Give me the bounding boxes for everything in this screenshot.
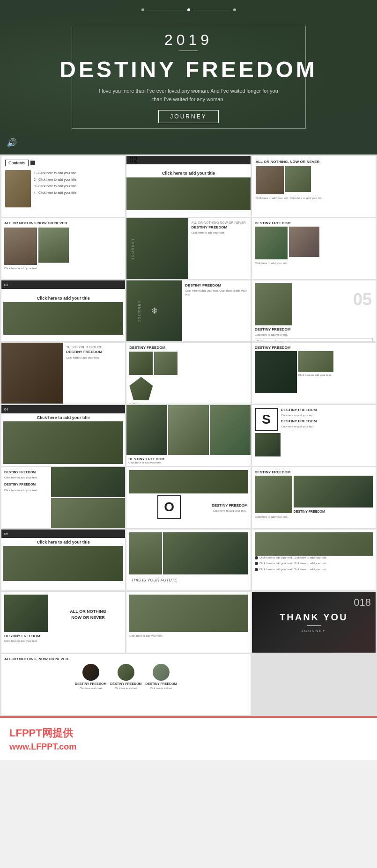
list-item-4: 4 - Click here to add your title: [34, 190, 76, 196]
slide15-images: [255, 433, 373, 456]
circle-text-2: Click here to add text: [115, 687, 137, 690]
dot-3: [255, 568, 258, 571]
slide14-text: Click here to add your text.: [128, 461, 248, 464]
dot-1: [255, 556, 258, 559]
slide17-title: DESTINY FREEDOM: [212, 503, 248, 508]
slide10-subtitle: THIS IS YOUR FUTURE: [66, 346, 122, 349]
list-item-2: 2 - Click here to add your title: [34, 177, 76, 183]
slide4-text: Click here to add your text.: [4, 266, 122, 270]
slide12-title: DESTINY FREEDOM: [255, 346, 373, 350]
hero-line-h-1: [147, 10, 185, 10]
slide2-title: Click here to add your title: [162, 171, 215, 176]
slide13-num: 04: [4, 408, 8, 411]
slide12-img1: [255, 351, 297, 393]
slide18-sub-title: DESTINY FREEDOM: [294, 510, 373, 513]
slide-20: THIS IS YOUR FUTUTE: [126, 530, 250, 590]
slide22-image: [4, 595, 48, 632]
circle-item-1: DESTINY FREEDOM Click here to add text: [75, 664, 106, 690]
slide14-bottom: DESTINY FREEDOM Click here to add your t…: [126, 455, 250, 466]
contents-box: [30, 161, 35, 165]
slide20-side: [163, 532, 247, 574]
contents-items: 1 - Click here to add your title 2 - Cli…: [5, 170, 121, 207]
dot-row-2: Click here to add your text. Click here …: [255, 561, 373, 565]
footer-brand-line2: www.LFPPT.com: [9, 742, 368, 752]
slide5-subtitle: ALL OR NOTHING NOW OR NEVER: [191, 221, 247, 224]
hero-button[interactable]: JOURNEY: [158, 110, 218, 123]
slide22-text: Click here to add your text.: [4, 639, 48, 643]
hero-divider: [179, 51, 198, 51]
slide2-content: Click here to add your title: [126, 164, 250, 217]
slide16-title: DESTINY FREEDOM: [4, 470, 48, 474]
dot-2: [255, 562, 258, 565]
slide15-img1: [255, 433, 281, 456]
slide15-title2: DESTINY FREEDOM: [281, 419, 317, 423]
slide24-year: 018: [354, 596, 371, 609]
slide13-title: Click here to add your title: [3, 415, 123, 420]
slide3-img1: [256, 166, 284, 194]
slide13-content: Click here to add your title: [1, 413, 125, 466]
slide20-label: THIS IS YOUR FUTUTE: [131, 578, 245, 582]
hero-dot-1: [141, 8, 144, 11]
dot-row-1: Click here to add your text. Click here …: [255, 556, 373, 559]
hero-slide: 2019 DESTINY FREEDOM I love you more tha…: [0, 0, 377, 154]
slide15-text2: Click here to add your text.: [281, 425, 317, 428]
slide21-image: [255, 532, 373, 556]
slide10-right: THIS IS YOUR FUTURE DESTINY FREEDOM Clic…: [63, 343, 125, 404]
slide15-content: S DESTINY FREEDOM Click here to add your…: [255, 408, 373, 433]
slide-thank-you: 018 THANK YOU JOURNEY: [252, 592, 376, 653]
slide-3: ALL OR NOTHING, NOW OR NEVER Click here …: [252, 156, 376, 217]
slide-4: ALL OR NOTHING NOW OR NEVER Click here t…: [1, 218, 125, 279]
pentagon-shape: [129, 377, 153, 400]
slide11-icons: ♪ ✉ ♫: [129, 402, 247, 404]
slide-7: 03 Click here to add your title: [1, 280, 125, 341]
slide9-title: DESTINY FREEDOM: [255, 327, 373, 331]
dot-text-1: Click here to add your text. Click here …: [259, 556, 327, 559]
slide-11: DESTINY FREEDOM ♪ ✉ ♫ Click here to add …: [126, 343, 250, 404]
slide7-num: 03: [4, 283, 8, 287]
slide7-content: Click here to add your title: [1, 289, 125, 341]
circle-item-3: DESTINY FREEDOM Click here to add text: [145, 664, 177, 690]
slide13-image: [3, 421, 123, 464]
slide5-right: ALL OR NOTHING NOW OR NEVER DESTINY FREE…: [188, 218, 250, 279]
slide-23: Click here to add your text.: [126, 592, 250, 653]
slide16-img2: [51, 498, 126, 528]
slide-9: 05 DESTINY FREEDOM Click here to add you…: [252, 280, 376, 341]
footer-brand-line1: LFPPT网提供: [9, 726, 368, 740]
slide5-main-title: DESTINY FREEDOM: [191, 225, 247, 229]
slides-grid: Contents 1 - Click here to add your titl…: [0, 154, 377, 716]
slide14-img3: [210, 405, 251, 455]
dot-text-3: Click here to add your text. Click here …: [259, 567, 327, 571]
slide22-left: DESTINY FREEDOM Click here to add your t…: [1, 592, 51, 653]
circle-2: [118, 664, 134, 681]
footer: LFPPT网提供 www.LFPPT.com: [0, 716, 377, 760]
hero-subtitle: I love you more than I've ever loved any…: [95, 87, 282, 103]
slide11-img2: [154, 352, 177, 375]
slide10-image: [1, 343, 63, 404]
slide24-thank: THANK YOU: [280, 612, 348, 623]
slide2-top-bar: 02: [126, 156, 250, 164]
slide12-side: Click here to add your text.: [298, 351, 333, 393]
slide19-num: 05: [4, 532, 8, 536]
slide4-images: [4, 228, 122, 265]
slide-contents: Contents 1 - Click here to add your titl…: [1, 156, 125, 217]
slide3-title: ALL OR NOTHING, NOW OR NEVER: [256, 160, 372, 164]
slide10-text: Click here to add your text.: [66, 356, 122, 360]
slide16-right: [51, 467, 126, 528]
slide20-img1: [129, 532, 162, 574]
slide-2: 02 Click here to add your title: [126, 156, 250, 217]
circles-row: DESTINY FREEDOM Click here to add text D…: [4, 664, 248, 690]
slide4-title: ALL OR NOTHING NOW OR NEVER: [4, 221, 122, 226]
slide5-image: [126, 218, 188, 279]
slide-13: 04 Click here to add your title: [1, 405, 125, 466]
slide9-img1: [255, 283, 292, 325]
slide8-right: DESTINY FREEDOM Click here to add your t…: [182, 280, 250, 341]
slide19-title: Click here to add your title: [3, 540, 123, 544]
slide5-label: JOURNEY: [132, 237, 135, 259]
slide-22: DESTINY FREEDOM Click here to add your t…: [1, 592, 125, 653]
slide16-left: DESTINY FREEDOM Click here to add your t…: [1, 467, 51, 528]
slide2-num: 02: [129, 156, 138, 164]
slide18-title: DESTINY FREEDOM: [255, 470, 373, 474]
list-item-1: 1 - Click here to add your title: [34, 170, 76, 177]
slide17-text: Click here to add your text.: [212, 509, 248, 513]
sound-icon[interactable]: 🔊: [7, 138, 17, 148]
